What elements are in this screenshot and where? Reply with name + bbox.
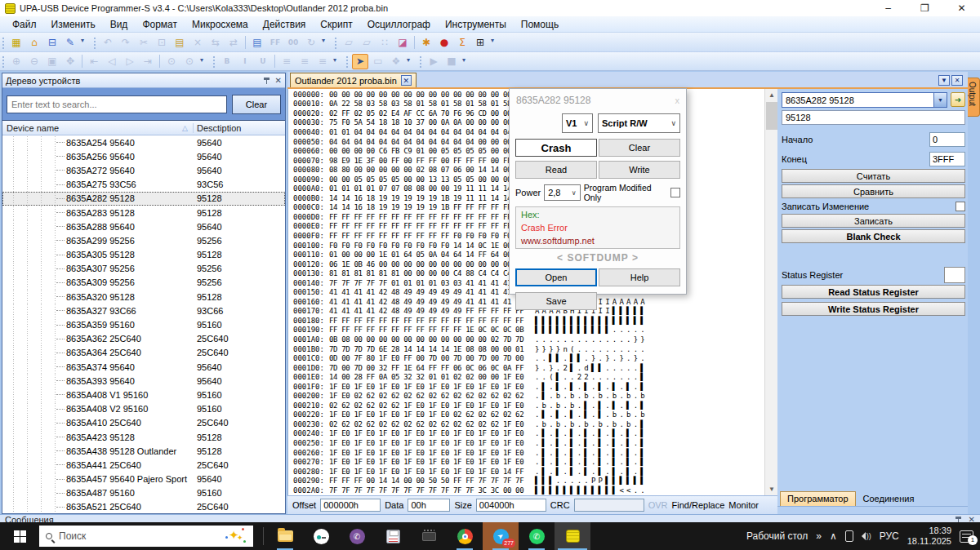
8635A364 25C640[interactable]: 8635A364 25C640 25C640 [2, 346, 285, 360]
save-as-icon[interactable]: ✎ [62, 34, 78, 50]
cut-icon[interactable]: ✂ [136, 34, 152, 50]
chip-app-icon[interactable] [411, 522, 447, 550]
toolbar-icon[interactable] [320, 34, 329, 50]
hex-scrollbar[interactable]: ▲ ▼ [764, 89, 777, 495]
8635A438 95128 Outlander[interactable]: 8635A438 95128 Outlander 95128 [2, 444, 285, 458]
explorer-icon[interactable] [267, 522, 303, 550]
hex-row[interactable]: 0001C0: 0D 00 7F 80 1F E0 FF 00 7D 00 7D… [293, 353, 764, 363]
restore-button[interactable]: ❐ [906, 0, 943, 16]
toolbar-icon[interactable] [93, 36, 97, 49]
hex-row[interactable]: 000220: 1F E0 1F E0 1F E0 1F E0 1F E0 02… [293, 410, 764, 420]
8635A457 95640 Pajero Sport[interactable]: 8635A457 95640 Pajero Sport 95640 [2, 472, 285, 486]
data-value[interactable]: 00h [408, 499, 450, 512]
8635A410 25C640[interactable]: 8635A410 25C640 25C640 [2, 416, 285, 430]
toolbar-icon[interactable] [345, 55, 350, 68]
upa-programmer-icon[interactable] [555, 522, 590, 550]
close-tab-icon[interactable]: ✕ [401, 75, 412, 86]
toolbar-icon[interactable] [334, 36, 338, 49]
8635A408 V2 95160[interactable]: 8635A408 V2 95160 95160 [2, 402, 285, 416]
8635A423 95128[interactable]: 8635A423 95128 95128 [2, 430, 285, 444]
monitor-link[interactable]: Monitor [728, 500, 759, 510]
select-icon[interactable]: ▭ [370, 54, 386, 69]
open-button[interactable]: Open [515, 268, 597, 286]
8635A359 95160[interactable]: 8635A359 95160 95160 [2, 317, 285, 331]
toolbar-icon[interactable] [2, 36, 6, 49]
8635A282 95128[interactable]: 8635A282 95128 95128 [2, 192, 285, 206]
menu-item[interactable]: Формат [135, 17, 185, 32]
toolbar-icon[interactable] [405, 54, 414, 69]
last-icon[interactable]: ⇥ [140, 54, 156, 69]
toolbar-icon[interactable] [159, 55, 160, 68]
align-center-icon[interactable]: ≡ [296, 54, 313, 69]
new-buffer-icon[interactable]: ▤ [249, 34, 265, 50]
align-right-icon[interactable]: ≡ [314, 54, 331, 69]
page-icon[interactable]: ▱ [341, 34, 357, 50]
hex-row[interactable]: 0002A0: 7F 7F 7F 7F 7F 7F 7F 7F 7F 7F 7F… [293, 486, 764, 495]
hex-row[interactable]: 000180: FF FF FF FF FF FF FF FF FF FF FF… [293, 316, 764, 326]
8635A272 95640[interactable]: 8635A272 95640 95640 [2, 163, 285, 177]
8635A408 V1 95160[interactable]: 8635A408 V1 95160 95160 [2, 388, 285, 401]
crash-button[interactable]: Crash [515, 139, 597, 157]
menu-item[interactable]: Файл [5, 17, 44, 32]
8635A521 25C640[interactable]: 8635A521 25C640 25C640 [2, 500, 285, 513]
zoom-out-icon[interactable]: ⊖ [26, 54, 42, 69]
zoom-in-icon[interactable]: ⊕ [8, 54, 24, 69]
hex-row[interactable]: 000280: 1F E0 1F E0 1F E0 1F E0 1F E0 1F… [293, 467, 764, 477]
clear-button[interactable]: Clear [599, 139, 680, 157]
8635A327 93C66[interactable]: 8635A327 93C66 93C66 [2, 304, 285, 317]
network-icon[interactable]: ⊞ [472, 34, 488, 50]
toolbar-icon[interactable] [82, 55, 82, 68]
menu-item[interactable]: Осциллограф [360, 17, 438, 32]
next-icon[interactable]: ▷ [122, 54, 138, 69]
8635A305 95128[interactable]: 8635A305 95128 95128 [2, 248, 285, 262]
hex-row[interactable]: 000260: 1F E0 1F E0 1F E0 1F E0 1F E0 1F… [293, 448, 764, 458]
8635A374 95640[interactable]: 8635A374 95640 95640 [2, 360, 285, 374]
blank-check-button[interactable]: Blank Check [782, 229, 965, 243]
telegram-icon[interactable]: ➤ 277 [483, 522, 519, 550]
8635A254 95640[interactable]: 8635A254 95640 95640 [2, 135, 285, 149]
italic-icon[interactable]: I [237, 54, 253, 69]
pan-icon[interactable]: ✥ [62, 54, 78, 69]
run-icon[interactable]: ▶ [425, 54, 442, 69]
script-combo[interactable]: Script R/W∨ [598, 113, 680, 133]
write-status-register-button[interactable]: Write Status Register [782, 302, 965, 316]
taskbar-search[interactable]: Поиск ✦✦ [39, 526, 253, 547]
tab-programmer[interactable]: Программатор [780, 491, 856, 506]
toolbar-icon[interactable] [332, 54, 341, 69]
phone-link-icon[interactable] [845, 530, 853, 542]
8635A256 95640[interactable]: 8635A256 95640 95640 [2, 149, 285, 163]
dialog-title-bar[interactable]: 8635A282 95128 x [510, 89, 686, 112]
start-button[interactable] [0, 522, 39, 550]
redo-icon[interactable]: ↷ [118, 34, 134, 50]
8635A362 25C640[interactable]: 8635A362 25C640 25C640 [2, 332, 285, 346]
dialog-close-icon[interactable]: x [675, 95, 680, 105]
clock[interactable]: 18:39 18.11.2025 [907, 526, 951, 547]
toolbar-icon[interactable] [274, 55, 275, 68]
volume-icon[interactable]: )) [862, 532, 871, 540]
menu-item[interactable]: Вид [103, 17, 136, 32]
hex-row[interactable]: 0001F0: 1F E0 1F E0 1F E0 1F E0 1F E0 1F… [293, 382, 764, 392]
tab-list-dropdown-icon[interactable]: ▼ [938, 75, 950, 86]
toolbar-icon[interactable] [212, 55, 216, 68]
align-left-icon[interactable]: ≡ [278, 54, 295, 69]
clear-button[interactable]: Clear [232, 95, 281, 114]
close-document-icon[interactable]: ✕ [951, 75, 963, 86]
minimize-button[interactable]: – [870, 0, 906, 16]
menu-item[interactable]: Действия [256, 17, 314, 32]
toolbar-chevron[interactable]: » [816, 530, 822, 542]
write-button[interactable]: Write [599, 161, 680, 179]
save-button[interactable]: Save [515, 292, 597, 310]
pin-icon[interactable] [263, 77, 270, 84]
zoom-fit-icon[interactable]: ▣ [44, 54, 60, 69]
first-icon[interactable]: ⇤ [86, 54, 102, 69]
8635A487 95160[interactable]: 8635A487 95160 95160 [2, 486, 285, 500]
hex-row[interactable]: 0001B0: 7D 7D 7D 7D 6E 28 14 14 14 14 1E… [293, 344, 764, 354]
chrome-icon[interactable] [447, 522, 483, 550]
toolbar-icon[interactable] [419, 55, 423, 68]
menu-item[interactable]: Изменить [44, 17, 103, 32]
language-indicator[interactable]: РУС [880, 530, 899, 542]
hex-row[interactable]: 000190: FF FF FF FF FF FF FF FF FF FF FF… [293, 326, 764, 335]
fill-ff-icon[interactable]: FF [267, 34, 283, 50]
help-button[interactable]: Help [599, 268, 680, 286]
toolbar-icon[interactable] [198, 54, 207, 69]
